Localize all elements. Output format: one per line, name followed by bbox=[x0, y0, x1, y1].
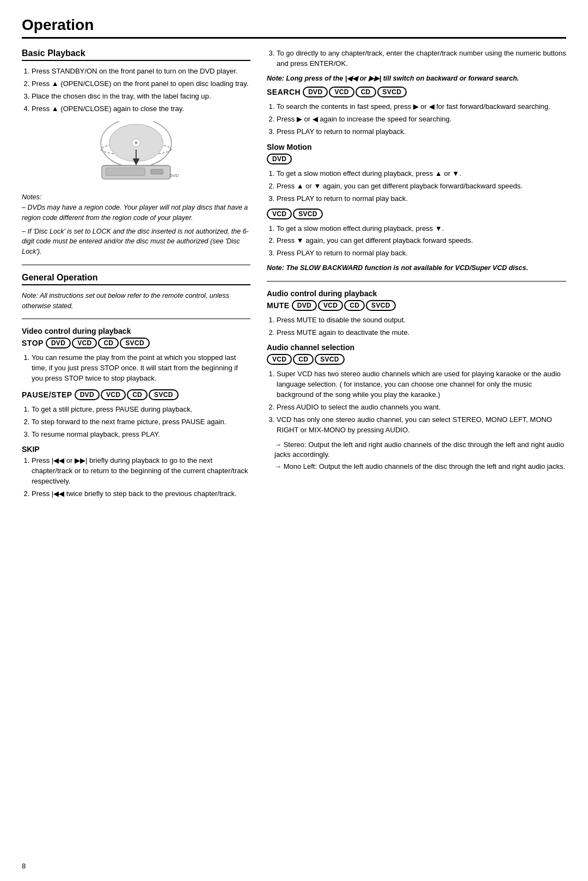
audio-channel-steps: Super VCD has two stereo audio channels … bbox=[267, 369, 566, 435]
slow-motion-title: Slow Motion bbox=[267, 143, 566, 151]
search-block: SEARCH DVD VCD CD SVCD To search the con… bbox=[267, 87, 566, 273]
badge-cd: CD bbox=[98, 338, 119, 348]
slow-motion-vcd-steps: To get a slow motion effect during playb… bbox=[267, 224, 566, 259]
list-item: Press MUTE to disable the sound output. bbox=[277, 315, 566, 326]
badge-cd-2: CD bbox=[127, 389, 148, 400]
general-operation-title: General Operation bbox=[22, 273, 250, 285]
list-item: Press ▲ (OPEN/CLOSE) on the front panel … bbox=[32, 79, 250, 89]
badge-svcd: SVCD bbox=[120, 338, 150, 348]
badge-mute-cd: CD bbox=[344, 300, 365, 311]
list-item: Press MUTE again to deactivate the mute. bbox=[277, 328, 566, 338]
note-disc-lock: – If 'Disc Lock' is set to LOCK and the … bbox=[22, 227, 250, 257]
stop-badge-row: STOP DVD VCD CD SVCD bbox=[22, 338, 250, 348]
badge-dvd: DVD bbox=[46, 338, 71, 348]
list-item: Press PLAY to return to normal playback. bbox=[277, 127, 566, 137]
badge-search-cd: CD bbox=[356, 87, 376, 97]
list-item: VCD has only one stereo audio channel, y… bbox=[277, 415, 566, 436]
list-item: To step forward to the next frame pictur… bbox=[32, 417, 250, 427]
list-item: Press PLAY to return to normal play back… bbox=[277, 248, 566, 259]
notes-block: Notes: – DVDs may have a region code. Yo… bbox=[22, 192, 250, 257]
badge-search-dvd: DVD bbox=[303, 87, 328, 97]
general-operation-section: General Operation Note: All instructions… bbox=[22, 273, 250, 311]
badge-svcd-slow: SVCD bbox=[293, 209, 323, 219]
badge-mute-vcd: VCD bbox=[318, 300, 343, 311]
badge-mute-svcd: SVCD bbox=[366, 300, 396, 311]
slow-motion-dvd-row: DVD bbox=[267, 154, 566, 164]
divider-2 bbox=[22, 319, 250, 319]
basic-playback-title: Basic Playback bbox=[22, 48, 250, 61]
list-item: Press |◀◀ twice briefly to step back to … bbox=[32, 489, 250, 499]
list-item: To get a slow motion effect during playb… bbox=[277, 224, 566, 234]
skip-label: SKIP bbox=[22, 445, 250, 454]
mute-block: MUTE DVD VCD CD SVCD Press MUTE to disab… bbox=[267, 300, 566, 338]
divider-1 bbox=[22, 265, 250, 265]
divider-right-1 bbox=[267, 281, 566, 282]
list-item: Press |◀◀ or ▶▶| briefly during playback… bbox=[32, 456, 250, 487]
stop-label: STOP bbox=[22, 339, 44, 347]
badge-search-svcd: SVCD bbox=[377, 87, 407, 97]
disc-image: DVD bbox=[22, 121, 250, 187]
pause-step-badge-row: PAUSE/STEP DVD VCD CD SVCD bbox=[22, 389, 250, 400]
general-operation-note: Note: All instructions set out below ref… bbox=[22, 291, 250, 311]
list-item: You can resume the play from the point a… bbox=[32, 353, 250, 384]
vcd-svcd-badge-row: VCD SVCD bbox=[267, 209, 566, 219]
note-region: – DVDs may have a region code. Your play… bbox=[22, 203, 250, 223]
badge-ac-cd: CD bbox=[293, 354, 314, 365]
notes-label: Notes: bbox=[22, 193, 41, 201]
badge-vcd: VCD bbox=[72, 338, 97, 348]
slow-motion-dvd-steps: To get a slow motion effect during playb… bbox=[267, 169, 566, 204]
basic-playback-section: Basic Playback Press STANDBY/ON on the f… bbox=[22, 48, 250, 257]
left-column: Basic Playback Press STANDBY/ON on the f… bbox=[22, 48, 250, 507]
list-item: Press PLAY to return to normal play back… bbox=[277, 194, 566, 204]
skip-steps: Press |◀◀ or ▶▶| briefly during playback… bbox=[22, 456, 250, 499]
svg-rect-7 bbox=[151, 169, 163, 174]
list-item: Super VCD has two stereo audio channels … bbox=[277, 369, 566, 400]
list-item: Place the chosen disc in the tray, with … bbox=[32, 91, 250, 102]
badge-slow-dvd: DVD bbox=[267, 154, 292, 164]
slow-backward-note: Note: The SLOW BACKWARD function is not … bbox=[267, 263, 566, 273]
note-long-press: Note: Long press of the |◀◀ or ▶▶| till … bbox=[267, 74, 566, 84]
pause-step-label: PAUSE/STEP bbox=[22, 390, 72, 399]
basic-playback-steps: Press STANDBY/ON on the front panel to t… bbox=[22, 66, 250, 114]
search-label: SEARCH bbox=[267, 88, 301, 96]
badge-vcd-2: VCD bbox=[101, 389, 126, 400]
search-badge-row: SEARCH DVD VCD CD SVCD bbox=[267, 87, 566, 97]
mute-label: MUTE bbox=[267, 301, 290, 310]
list-item: Press AUDIO to select the audio channels… bbox=[277, 402, 566, 413]
audio-channel-arrows: Stereo: Output the left and right audio … bbox=[267, 440, 566, 473]
list-item: Mono Left: Output the left audio channel… bbox=[274, 462, 566, 472]
slow-motion-block: Slow Motion DVD To get a slow motion eff… bbox=[267, 143, 566, 273]
svg-text:DVD: DVD bbox=[169, 174, 179, 179]
audio-channel-title: Audio channel selection bbox=[267, 343, 566, 352]
list-item: To get a still picture, press PAUSE duri… bbox=[32, 405, 250, 415]
badge-search-vcd: VCD bbox=[329, 87, 354, 97]
video-control-section: Video control during playback STOP DVD V… bbox=[22, 327, 250, 499]
list-item: To get a slow motion effect during playb… bbox=[277, 169, 566, 179]
mute-badge-row: MUTE DVD VCD CD SVCD bbox=[267, 300, 566, 311]
audio-control-title: Audio control during playback bbox=[267, 289, 566, 298]
list-item: Press ▶ or ◀ again to increase the speed… bbox=[277, 114, 566, 125]
list-item: Press STANDBY/ON on the front panel to t… bbox=[32, 66, 250, 77]
list-item: To go directly to any chapter/track, ent… bbox=[277, 48, 566, 69]
skip-block: SKIP Press |◀◀ or ▶▶| briefly during pla… bbox=[22, 445, 250, 499]
audio-channel-badge-row: VCD CD SVCD bbox=[267, 354, 566, 365]
page-title: Operation bbox=[22, 16, 566, 39]
list-item: To search the contents in fast speed, pr… bbox=[277, 102, 566, 112]
svg-rect-6 bbox=[106, 168, 145, 176]
pause-step-block: PAUSE/STEP DVD VCD CD SVCD To get a stil… bbox=[22, 389, 250, 440]
video-control-title: Video control during playback bbox=[22, 327, 250, 335]
mute-steps: Press MUTE to disable the sound output. … bbox=[267, 315, 566, 338]
badge-vcd-slow: VCD bbox=[267, 209, 292, 219]
pause-step-steps: To get a still picture, press PAUSE duri… bbox=[22, 405, 250, 440]
list-item: Press ▲ or ▼ again, you can get differen… bbox=[277, 181, 566, 192]
svg-point-4 bbox=[134, 142, 137, 144]
stop-block: STOP DVD VCD CD SVCD You can resume the … bbox=[22, 338, 250, 384]
badge-svcd-2: SVCD bbox=[149, 389, 179, 400]
badge-dvd-2: DVD bbox=[75, 389, 100, 400]
list-item: Press ▲ (OPEN/CLOSE) again to close the … bbox=[32, 104, 250, 114]
badge-ac-svcd: SVCD bbox=[315, 354, 345, 365]
stop-steps: You can resume the play from the point a… bbox=[22, 353, 250, 384]
badge-mute-dvd: DVD bbox=[292, 300, 317, 311]
page-number: 8 bbox=[22, 862, 26, 870]
right-column: To go directly to any chapter/track, ent… bbox=[267, 48, 566, 507]
